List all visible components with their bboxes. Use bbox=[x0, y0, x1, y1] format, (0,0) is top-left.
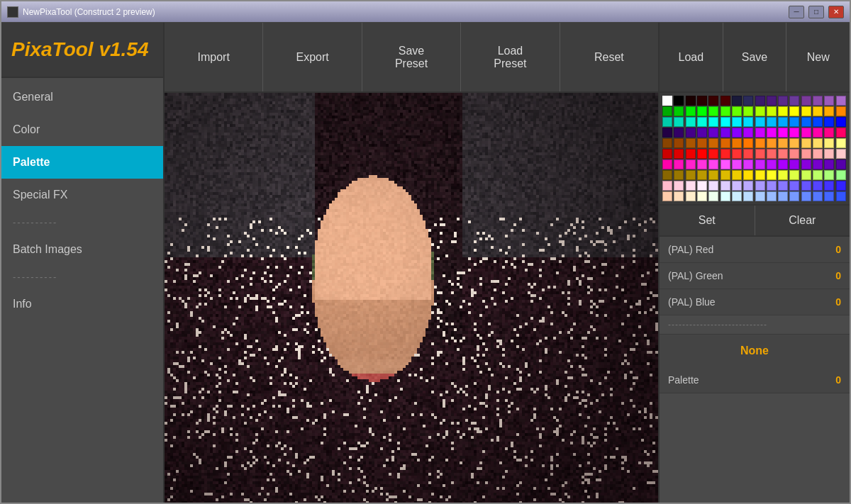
color-cell-45[interactable] bbox=[813, 117, 823, 127]
color-cell-47[interactable] bbox=[836, 117, 846, 127]
color-cell-5[interactable] bbox=[721, 96, 730, 106]
load-preset-button[interactable]: Load Preset bbox=[461, 23, 560, 91]
color-cell-156[interactable] bbox=[801, 191, 811, 201]
color-cell-134[interactable] bbox=[732, 181, 742, 191]
color-cell-154[interactable] bbox=[778, 191, 788, 201]
color-cell-92[interactable] bbox=[801, 149, 811, 159]
color-cell-137[interactable] bbox=[767, 181, 777, 191]
color-cell-59[interactable] bbox=[789, 128, 799, 138]
color-cell-22[interactable] bbox=[732, 106, 742, 116]
color-cell-149[interactable] bbox=[721, 191, 730, 201]
color-cell-72[interactable] bbox=[755, 138, 765, 148]
color-cell-42[interactable] bbox=[778, 117, 788, 127]
color-cell-7[interactable] bbox=[743, 96, 753, 106]
color-cell-135[interactable] bbox=[743, 181, 753, 191]
color-cell-60[interactable] bbox=[801, 128, 811, 138]
color-cell-10[interactable] bbox=[778, 96, 788, 106]
color-cell-54[interactable] bbox=[732, 128, 742, 138]
color-cell-98[interactable] bbox=[686, 159, 696, 169]
color-cell-73[interactable] bbox=[767, 138, 777, 148]
color-cell-46[interactable] bbox=[824, 117, 834, 127]
color-cell-43[interactable] bbox=[789, 117, 799, 127]
color-cell-110[interactable] bbox=[824, 159, 834, 169]
color-cell-153[interactable] bbox=[767, 191, 777, 201]
color-cell-103[interactable] bbox=[743, 159, 753, 169]
color-cell-96[interactable] bbox=[662, 159, 672, 169]
minimize-button[interactable]: ─ bbox=[789, 6, 804, 18]
color-cell-2[interactable] bbox=[686, 96, 696, 106]
color-cell-25[interactable] bbox=[767, 106, 777, 116]
color-cell-146[interactable] bbox=[686, 191, 696, 201]
export-button[interactable]: Export bbox=[263, 23, 362, 91]
color-cell-50[interactable] bbox=[686, 128, 696, 138]
color-cell-159[interactable] bbox=[836, 191, 846, 201]
color-cell-158[interactable] bbox=[824, 191, 834, 201]
color-cell-141[interactable] bbox=[813, 181, 823, 191]
color-cell-29[interactable] bbox=[813, 106, 823, 116]
color-cell-62[interactable] bbox=[824, 128, 834, 138]
color-cell-4[interactable] bbox=[708, 96, 718, 106]
color-cell-49[interactable] bbox=[674, 128, 684, 138]
color-cell-136[interactable] bbox=[755, 181, 765, 191]
color-cell-61[interactable] bbox=[813, 128, 823, 138]
color-cell-15[interactable] bbox=[836, 96, 846, 106]
color-cell-12[interactable] bbox=[801, 96, 811, 106]
color-cell-8[interactable] bbox=[755, 96, 765, 106]
color-cell-102[interactable] bbox=[732, 159, 742, 169]
color-cell-68[interactable] bbox=[708, 138, 718, 148]
color-cell-28[interactable] bbox=[801, 106, 811, 116]
color-cell-79[interactable] bbox=[836, 138, 846, 148]
color-cell-80[interactable] bbox=[662, 149, 672, 159]
color-cell-157[interactable] bbox=[813, 191, 823, 201]
color-cell-58[interactable] bbox=[778, 128, 788, 138]
save-preset-button[interactable]: Save Preset bbox=[362, 23, 461, 91]
canvas-area[interactable] bbox=[165, 93, 658, 503]
color-cell-0[interactable] bbox=[662, 96, 672, 106]
color-cell-77[interactable] bbox=[813, 138, 823, 148]
color-cell-24[interactable] bbox=[755, 106, 765, 116]
palette-new-button[interactable]: New bbox=[786, 23, 850, 91]
nav-item-color[interactable]: Color bbox=[1, 113, 163, 146]
color-cell-48[interactable] bbox=[662, 128, 672, 138]
color-cell-19[interactable] bbox=[697, 106, 707, 116]
maximize-button[interactable]: □ bbox=[808, 6, 824, 18]
color-cell-81[interactable] bbox=[674, 149, 684, 159]
color-cell-6[interactable] bbox=[732, 96, 742, 106]
color-cell-86[interactable] bbox=[732, 149, 742, 159]
color-cell-104[interactable] bbox=[755, 159, 765, 169]
color-cell-91[interactable] bbox=[789, 149, 799, 159]
color-cell-17[interactable] bbox=[674, 106, 684, 116]
color-cell-3[interactable] bbox=[697, 96, 707, 106]
import-button[interactable]: Import bbox=[165, 23, 263, 91]
color-cell-55[interactable] bbox=[743, 128, 753, 138]
color-cell-123[interactable] bbox=[789, 170, 799, 180]
color-cell-118[interactable] bbox=[732, 170, 742, 180]
color-cell-23[interactable] bbox=[743, 106, 753, 116]
color-cell-26[interactable] bbox=[778, 106, 788, 116]
color-cell-117[interactable] bbox=[721, 170, 730, 180]
color-cell-108[interactable] bbox=[801, 159, 811, 169]
color-cell-116[interactable] bbox=[708, 170, 718, 180]
color-cell-16[interactable] bbox=[662, 106, 672, 116]
color-cell-51[interactable] bbox=[697, 128, 707, 138]
color-cell-148[interactable] bbox=[708, 191, 718, 201]
color-cell-38[interactable] bbox=[732, 117, 742, 127]
color-cell-88[interactable] bbox=[755, 149, 765, 159]
color-cell-93[interactable] bbox=[813, 149, 823, 159]
color-cell-97[interactable] bbox=[674, 159, 684, 169]
color-cell-56[interactable] bbox=[755, 128, 765, 138]
color-cell-130[interactable] bbox=[686, 181, 696, 191]
color-cell-112[interactable] bbox=[662, 170, 672, 180]
color-cell-84[interactable] bbox=[708, 149, 718, 159]
nav-item-info[interactable]: Info bbox=[1, 288, 163, 320]
color-cell-70[interactable] bbox=[732, 138, 742, 148]
close-button[interactable]: ✕ bbox=[828, 6, 844, 18]
color-cell-152[interactable] bbox=[755, 191, 765, 201]
color-cell-109[interactable] bbox=[813, 159, 823, 169]
color-cell-39[interactable] bbox=[743, 117, 753, 127]
color-cell-113[interactable] bbox=[674, 170, 684, 180]
color-cell-142[interactable] bbox=[824, 181, 834, 191]
color-cell-21[interactable] bbox=[721, 106, 730, 116]
color-cell-119[interactable] bbox=[743, 170, 753, 180]
color-cell-65[interactable] bbox=[674, 138, 684, 148]
